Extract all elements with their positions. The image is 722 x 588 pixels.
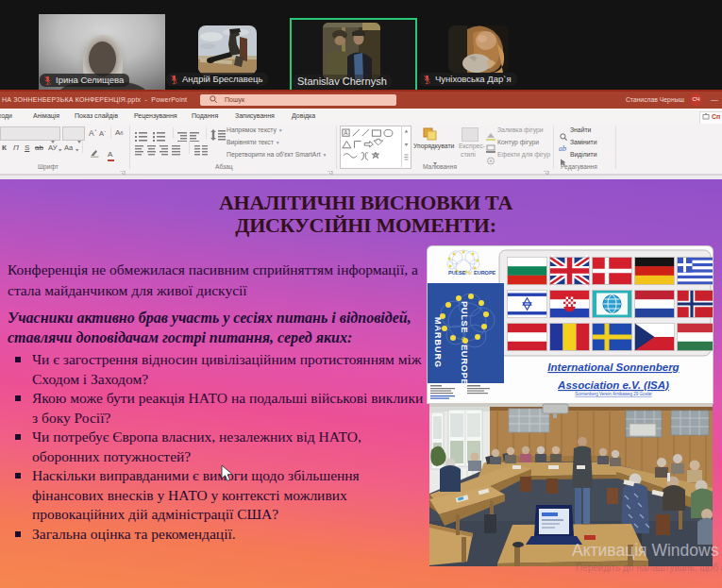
svg-text:Association e.V. (ISA): Association e.V. (ISA)	[557, 379, 669, 391]
svg-text:of: of	[468, 271, 473, 276]
svg-text:PULSE: PULSE	[460, 301, 470, 333]
svg-text:PULSE: PULSE	[448, 270, 466, 276]
svg-text:EUROPE: EUROPE	[460, 344, 470, 385]
svg-text:ab: ab	[559, 144, 566, 153]
svg-text:А: А	[344, 129, 348, 136]
svg-text:of: of	[461, 337, 467, 343]
svg-text:International Sonnenberg: International Sonnenberg	[547, 361, 679, 373]
svg-text:MARBURG: MARBURG	[433, 317, 443, 368]
svg-text:EUROPE: EUROPE	[474, 270, 496, 276]
svg-text:Sonnenberg Verein Arnikaweg 29: Sonnenberg Verein Arnikaweg 29 Goslar	[575, 392, 652, 396]
